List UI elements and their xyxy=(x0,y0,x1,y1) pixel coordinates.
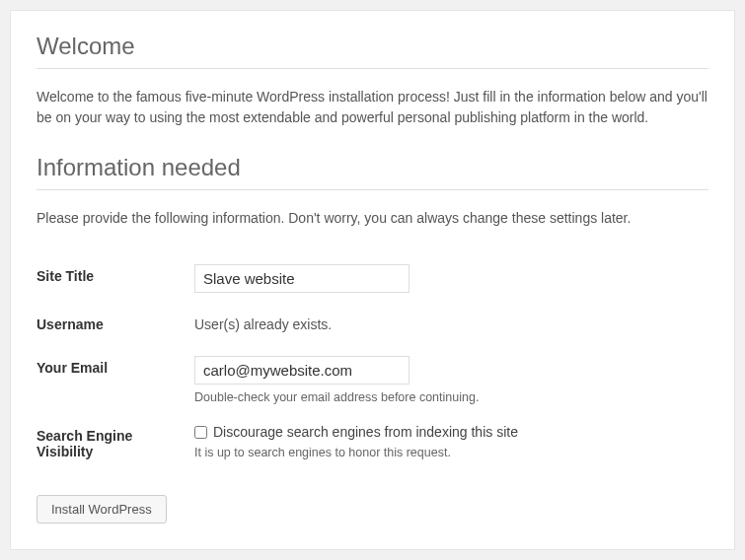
welcome-intro: Welcome to the famous five-minute WordPr… xyxy=(37,87,708,128)
label-username: Username xyxy=(37,303,194,346)
site-title-input[interactable] xyxy=(194,264,410,293)
info-heading: Information needed xyxy=(37,154,708,190)
email-description: Double-check your email address before c… xyxy=(194,390,708,404)
install-form-container: Welcome Welcome to the famous five-minut… xyxy=(10,10,735,550)
row-search-visibility: Search Engine Visibility Discourage sear… xyxy=(37,414,708,473)
row-site-title: Site Title xyxy=(37,254,708,303)
welcome-heading: Welcome xyxy=(37,33,708,69)
label-site-title: Site Title xyxy=(37,254,194,303)
label-email: Your Email xyxy=(37,346,194,414)
email-input[interactable] xyxy=(194,356,410,385)
submit-row: Install WordPress xyxy=(37,495,708,524)
username-exists-note: User(s) already exists. xyxy=(194,313,332,332)
search-visibility-description: It is up to search engines to honor this… xyxy=(194,446,708,459)
info-intro: Please provide the following information… xyxy=(37,208,708,229)
install-wordpress-button[interactable]: Install WordPress xyxy=(37,495,167,524)
form-table: Site Title Username User(s) already exis… xyxy=(37,254,708,473)
row-username: Username User(s) already exists. xyxy=(37,303,708,346)
search-visibility-checkbox[interactable] xyxy=(194,426,207,439)
search-visibility-checkbox-label[interactable]: Discourage search engines from indexing … xyxy=(213,424,518,440)
label-search-visibility: Search Engine Visibility xyxy=(37,414,194,473)
row-email: Your Email Double-check your email addre… xyxy=(37,346,708,414)
